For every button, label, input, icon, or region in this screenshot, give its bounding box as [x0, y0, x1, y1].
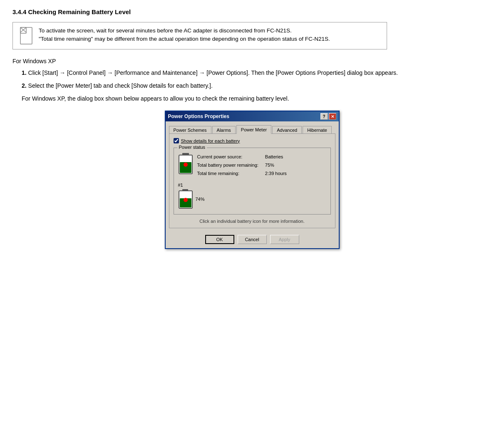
- step-1: 1. Click [Start] → [Control Panel] → [Pe…: [22, 69, 492, 77]
- tab-hibernate[interactable]: Hibernate: [303, 126, 332, 134]
- total-time-label: Total time remaining:: [197, 170, 265, 178]
- note-text: To activate the screen, wait for several…: [39, 27, 330, 44]
- power-info: Current power source: Batteries Total ba…: [197, 153, 293, 178]
- note-icon: [19, 27, 34, 45]
- tab-content-power-meter: Show details for each battery Power stat…: [169, 133, 335, 228]
- show-details-label: Show details for each battery: [181, 138, 240, 143]
- tab-advanced[interactable]: Advanced: [272, 126, 302, 134]
- dialog-body: Power Schemes Alarms Power Meter Advance…: [166, 121, 339, 232]
- power-status-row: Current power source: Batteries Total ba…: [178, 153, 326, 178]
- total-battery-value: 75%: [265, 161, 293, 170]
- current-power-label: Current power source:: [197, 153, 265, 161]
- power-status-inner: Current power source: Batteries Total ba…: [178, 153, 326, 209]
- power-options-dialog: Power Options Properties ? ✕ Power Schem…: [165, 111, 340, 249]
- power-status-group: Power status: [174, 148, 331, 215]
- dialog-titlebar: Power Options Properties ? ✕: [166, 111, 339, 121]
- tab-power-schemes[interactable]: Power Schemes: [169, 126, 211, 134]
- show-details-row: Show details for each battery: [174, 138, 331, 143]
- group-box-title: Power status: [177, 145, 207, 150]
- total-battery-label: Total battery power remaining:: [197, 161, 265, 170]
- apply-button[interactable]: Apply: [270, 235, 299, 244]
- battery-info-text: Click an individual battery icon for mor…: [174, 219, 331, 224]
- tab-power-meter[interactable]: Power Meter: [236, 125, 271, 134]
- tab-bar: Power Schemes Alarms Power Meter Advance…: [169, 125, 335, 133]
- battery1-icon-row[interactable]: 74%: [178, 189, 326, 209]
- titlebar-buttons: ? ✕: [320, 113, 336, 120]
- current-power-value: Batteries: [265, 153, 293, 161]
- svg-point-11: [184, 198, 188, 202]
- ok-button[interactable]: OK: [205, 235, 234, 244]
- battery1-icon[interactable]: [178, 189, 193, 209]
- note-box: To activate the screen, wait for several…: [12, 22, 387, 49]
- tab-alarms[interactable]: Alarms: [212, 126, 236, 134]
- dialog-wrapper: Power Options Properties ? ✕ Power Schem…: [12, 111, 492, 249]
- battery-individual-1: #1 74%: [178, 183, 326, 209]
- step-2: 2. Select the [Power Meter] tab and chec…: [22, 81, 492, 90]
- show-details-checkbox[interactable]: [174, 138, 179, 143]
- battery1-percent: 74%: [196, 197, 205, 202]
- step2-description: For Windows XP, the dialog box shown bel…: [22, 94, 492, 103]
- battery-icon-large: [178, 153, 193, 175]
- step2-text: Select the [Power Meter] tab and check […: [28, 82, 213, 89]
- for-windows-xp-label: For Windows XP: [12, 58, 492, 64]
- help-button[interactable]: ?: [320, 113, 328, 120]
- battery1-label: #1: [178, 183, 326, 187]
- total-time-value: 2:39 hours: [265, 170, 293, 178]
- step1-text: Click [Start] → [Control Panel] → [Perfo…: [28, 69, 398, 76]
- dialog-buttons: OK Cancel Apply: [166, 232, 339, 248]
- steps-list: 1. Click [Start] → [Control Panel] → [Pe…: [22, 69, 492, 90]
- svg-point-7: [184, 163, 188, 167]
- section-heading: 3.4.4 Checking Remaining Battery Level: [12, 8, 492, 15]
- dialog-title: Power Options Properties: [168, 113, 229, 119]
- cancel-button[interactable]: Cancel: [238, 235, 267, 244]
- close-button[interactable]: ✕: [329, 113, 336, 120]
